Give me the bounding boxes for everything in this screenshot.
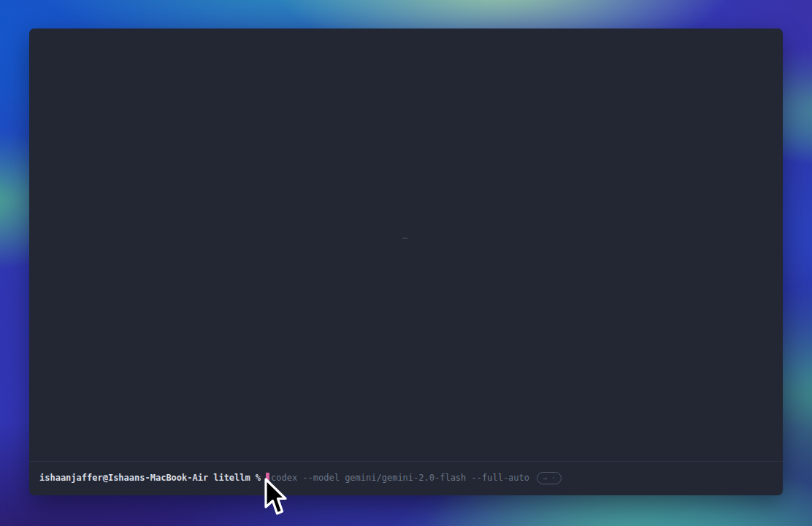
- desktop: … ishaanjaffer@Ishaans-MacBook-Air litel…: [0, 0, 812, 526]
- tab-key-hint-badge: → ·: [537, 472, 562, 484]
- text-cursor: [266, 473, 269, 484]
- prompt-divider: [29, 461, 783, 462]
- prompt-symbol: %: [256, 473, 261, 483]
- terminal-output-area: …: [29, 28, 783, 461]
- autosuggestion-text: codex --model gemini/gemini-2.0-flash --…: [271, 473, 529, 483]
- terminal-window[interactable]: … ishaanjaffer@Ishaans-MacBook-Air litel…: [29, 28, 783, 495]
- faded-output-ellipsis: …: [402, 230, 410, 241]
- prompt-user-host: ishaanjaffer@Ishaans-MacBook-Air: [39, 473, 208, 483]
- prompt-directory: litellm: [213, 473, 250, 483]
- command-input-line[interactable]: ishaanjaffer@Ishaans-MacBook-Air litellm…: [39, 470, 562, 485]
